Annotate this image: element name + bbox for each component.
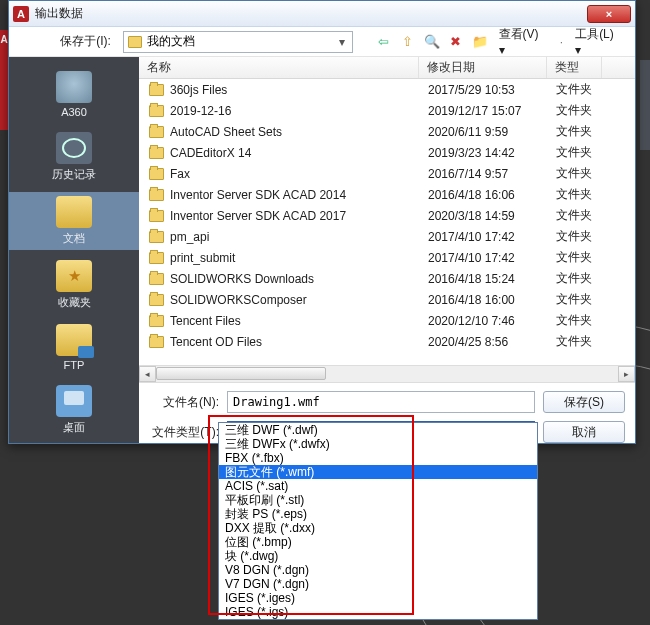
- separator: ·: [560, 35, 563, 49]
- file-name: Inventor Server SDK ACAD 2014: [170, 188, 428, 202]
- file-row[interactable]: Inventor Server SDK ACAD 20172020/3/18 1…: [139, 205, 635, 226]
- places-sidebar: A360历史记录文档收藏夹FTP桌面: [9, 57, 139, 443]
- file-row[interactable]: SOLIDWORKS Downloads2016/4/18 15:24文件夹: [139, 268, 635, 289]
- dialog-title: 输出数据: [35, 5, 587, 22]
- filetype-option[interactable]: 平板印刷 (*.stl): [219, 493, 537, 507]
- sidebar-item-fav[interactable]: 收藏夹: [9, 256, 139, 314]
- new-folder-icon[interactable]: 📁: [471, 33, 489, 51]
- col-date[interactable]: 修改日期: [419, 57, 547, 78]
- sidebar-item-label: 收藏夹: [58, 295, 91, 310]
- sidebar-item-ftp[interactable]: FTP: [9, 320, 139, 375]
- filetype-option[interactable]: ACIS (*.sat): [219, 479, 537, 493]
- file-type: 文件夹: [556, 270, 611, 287]
- file-date: 2016/4/18 15:24: [428, 272, 556, 286]
- up-icon[interactable]: ⇧: [399, 33, 417, 51]
- cancel-button[interactable]: 取消: [543, 421, 625, 443]
- nav-icons: ⇦ ⇧ 🔍 ✖ 📁 查看(V) ▾ · 工具(L) ▾: [375, 24, 627, 59]
- folder-icon: [149, 273, 164, 285]
- file-date: 2016/4/18 16:06: [428, 188, 556, 202]
- filetype-option[interactable]: V8 DGN (*.dgn): [219, 563, 537, 577]
- save-button[interactable]: 保存(S): [543, 391, 625, 413]
- file-name: CADEditorX 14: [170, 146, 428, 160]
- file-row[interactable]: print_submit2017/4/10 17:42文件夹: [139, 247, 635, 268]
- app-icon: A: [13, 6, 29, 22]
- close-button[interactable]: ×: [587, 5, 631, 23]
- folder-icon: [149, 252, 164, 264]
- file-row[interactable]: Tencent Files2020/12/10 7:46文件夹: [139, 310, 635, 331]
- file-name: Inventor Server SDK ACAD 2017: [170, 209, 428, 223]
- file-row[interactable]: AutoCAD Sheet Sets2020/6/11 9:59文件夹: [139, 121, 635, 142]
- filename-input[interactable]: [227, 391, 535, 413]
- filetype-option[interactable]: 块 (*.dwg): [219, 549, 537, 563]
- file-type: 文件夹: [556, 333, 611, 350]
- filename-label: 文件名(N):: [149, 394, 219, 411]
- filetype-label: 文件类型(T):: [149, 424, 219, 441]
- filetype-option[interactable]: 封装 PS (*.eps): [219, 507, 537, 521]
- docs-icon: [56, 196, 92, 228]
- folder-icon: [149, 315, 164, 327]
- file-name: 2019-12-16: [170, 104, 428, 118]
- scroll-track[interactable]: [156, 366, 618, 382]
- filetype-option[interactable]: IGES (*.iges): [219, 591, 537, 605]
- a360-icon: [56, 71, 92, 103]
- filetype-option[interactable]: 三维 DWF (*.dwf): [219, 423, 537, 437]
- location-combo[interactable]: 我的文档 ▾: [123, 31, 353, 53]
- filetype-option[interactable]: IGES (*.igs): [219, 605, 537, 619]
- file-name: 360js Files: [170, 83, 428, 97]
- file-date: 2017/5/29 10:53: [428, 83, 556, 97]
- ftp-icon: [56, 324, 92, 356]
- filetype-option[interactable]: V7 DGN (*.dgn): [219, 577, 537, 591]
- horizontal-scrollbar[interactable]: ◂ ▸: [139, 365, 635, 382]
- file-type: 文件夹: [556, 81, 611, 98]
- col-type[interactable]: 类型: [547, 57, 602, 78]
- file-row[interactable]: Tencent OD Files2020/4/25 8:56文件夹: [139, 331, 635, 352]
- file-name: print_submit: [170, 251, 428, 265]
- sidebar-item-docs[interactable]: 文档: [9, 192, 139, 250]
- sidebar-item-label: 历史记录: [52, 167, 96, 182]
- view-menu[interactable]: 查看(V) ▾: [495, 24, 552, 59]
- folder-icon: [149, 294, 164, 306]
- col-name[interactable]: 名称: [139, 57, 419, 78]
- file-type: 文件夹: [556, 291, 611, 308]
- folder-icon: [149, 231, 164, 243]
- file-date: 2020/3/18 14:59: [428, 209, 556, 223]
- file-type: 文件夹: [556, 186, 611, 203]
- filetype-option[interactable]: 三维 DWFx (*.dwfx): [219, 437, 537, 451]
- file-row[interactable]: Inventor Server SDK ACAD 20142016/4/18 1…: [139, 184, 635, 205]
- app-ribbon: [0, 30, 8, 130]
- filetype-dropdown[interactable]: 三维 DWF (*.dwf)三维 DWFx (*.dwfx)FBX (*.fbx…: [218, 422, 538, 620]
- sidebar-item-history[interactable]: 历史记录: [9, 128, 139, 186]
- delete-icon[interactable]: ✖: [447, 33, 465, 51]
- file-date: 2016/4/18 16:00: [428, 293, 556, 307]
- file-date: 2016/7/14 9:57: [428, 167, 556, 181]
- file-date: 2019/3/23 14:42: [428, 146, 556, 160]
- sidebar-item-label: A360: [61, 106, 87, 118]
- scroll-left-icon[interactable]: ◂: [139, 366, 156, 382]
- folder-icon: [149, 105, 164, 117]
- scroll-right-icon[interactable]: ▸: [618, 366, 635, 382]
- filetype-option[interactable]: FBX (*.fbx): [219, 451, 537, 465]
- sidebar-item-label: FTP: [64, 359, 85, 371]
- folder-icon: [149, 147, 164, 159]
- search-icon[interactable]: 🔍: [423, 33, 441, 51]
- filetype-option[interactable]: 图元文件 (*.wmf): [219, 465, 537, 479]
- file-name: pm_api: [170, 230, 428, 244]
- file-row[interactable]: pm_api2017/4/10 17:42文件夹: [139, 226, 635, 247]
- filetype-option[interactable]: 位图 (*.bmp): [219, 535, 537, 549]
- file-row[interactable]: 360js Files2017/5/29 10:53文件夹: [139, 79, 635, 100]
- sidebar-item-desktop[interactable]: 桌面: [9, 381, 139, 439]
- history-icon: [56, 132, 92, 164]
- sidebar-item-a360[interactable]: A360: [9, 67, 139, 122]
- right-panel-edge: [640, 60, 650, 150]
- back-icon[interactable]: ⇦: [375, 33, 393, 51]
- file-type: 文件夹: [556, 249, 611, 266]
- scroll-thumb[interactable]: [156, 367, 326, 380]
- tools-menu[interactable]: 工具(L) ▾: [571, 24, 627, 59]
- file-row[interactable]: SOLIDWORKSComposer2016/4/18 16:00文件夹: [139, 289, 635, 310]
- file-row[interactable]: Fax2016/7/14 9:57文件夹: [139, 163, 635, 184]
- file-date: 2020/4/25 8:56: [428, 335, 556, 349]
- file-row[interactable]: CADEditorX 142019/3/23 14:42文件夹: [139, 142, 635, 163]
- save-dialog: A 输出数据 × 保存于(I): 我的文档 ▾ ⇦ ⇧ 🔍 ✖ 📁 查看(V) …: [8, 0, 636, 444]
- file-row[interactable]: 2019-12-162019/12/17 15:07文件夹: [139, 100, 635, 121]
- filetype-option[interactable]: DXX 提取 (*.dxx): [219, 521, 537, 535]
